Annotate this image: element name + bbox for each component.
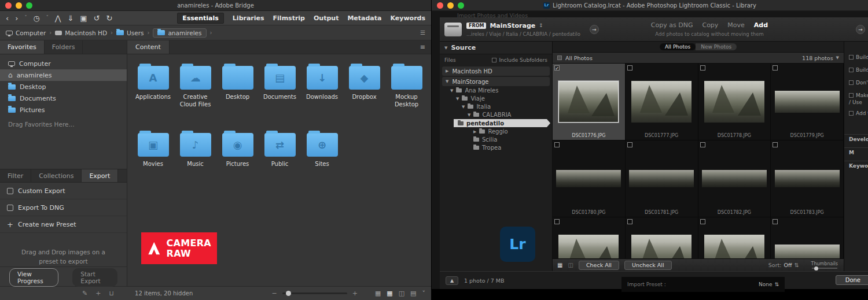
thumbnail-size-slider[interactable]: Thumbnails <box>811 261 838 269</box>
photo-checkbox[interactable] <box>773 219 778 224</box>
develop-settings-header[interactable]: Develop <box>844 134 868 142</box>
export-item-custom-export[interactable]: Custom Export <box>0 183 127 199</box>
uncheck-all-button[interactable]: Uncheck All <box>624 261 672 270</box>
favorites-item-anamireles[interactable]: ⌂ anamireles <box>0 69 127 81</box>
photo-checkbox[interactable] <box>627 65 632 71</box>
photo-thumbnail[interactable] <box>704 81 764 123</box>
recent-files-icon[interactable]: ◷ <box>33 14 39 22</box>
folder-item-desktop[interactable]: Desktop <box>216 62 259 125</box>
close-button[interactable] <box>437 2 443 9</box>
tree-item-viaje[interactable]: ▼ Viaje <box>440 95 552 102</box>
photo-cell[interactable]: DSC01783.JPG <box>771 140 844 217</box>
tab-filter[interactable]: Filter <box>0 169 31 182</box>
zoom-button[interactable] <box>26 2 32 9</box>
done-button[interactable]: Done <box>836 275 868 285</box>
expand-panel-button[interactable]: ▲ <box>446 276 458 285</box>
stack-icon[interactable]: ▣ <box>80 14 87 22</box>
view-progress-button[interactable]: View Progress <box>9 268 58 287</box>
folder-item-movies[interactable]: ▣ Movies <box>132 129 174 192</box>
photo-checkbox[interactable] <box>700 219 705 224</box>
new-item-icon[interactable]: + <box>95 290 101 297</box>
segment-new-photos[interactable]: New Photos <box>696 43 737 50</box>
import-preset-control[interactable]: Import Preset : None ⇅ <box>621 277 785 292</box>
disclosure-triangle-icon[interactable]: ▼ <box>462 105 465 109</box>
segment-all-photos[interactable]: All Photos <box>660 43 696 50</box>
photo-cell[interactable]: ✓ DSC01776.JPG <box>553 64 626 140</box>
photo-checkbox[interactable] <box>700 142 705 147</box>
photo-cell[interactable]: DSC01781.JPG <box>626 140 698 217</box>
chevron-down-icon[interactable]: ˅ <box>422 290 426 297</box>
folder-item-public[interactable]: ⇄ Public <box>259 129 301 192</box>
photo-cell[interactable]: DSC01780.JPG <box>553 140 626 217</box>
favorites-item-computer[interactable]: Computer <box>0 58 127 69</box>
group-icon[interactable] <box>557 55 562 60</box>
folder-item-music[interactable]: ♪ Music <box>174 129 216 192</box>
photo-cell[interactable] <box>626 217 698 258</box>
favorites-item-pictures[interactable]: Pictures <box>0 104 127 116</box>
photo-thumbnail[interactable] <box>775 91 840 113</box>
zoom-slider-knob[interactable] <box>286 291 291 296</box>
workspace-tab-keywords[interactable]: Keywords <box>390 14 425 22</box>
build-smart-previews-option[interactable]: Build <box>849 67 868 73</box>
workspace-tab-output[interactable]: Output <box>314 14 339 22</box>
disclosure-triangle-icon[interactable]: ▼ <box>468 113 470 117</box>
photo-checkbox[interactable] <box>627 142 632 147</box>
photo-thumbnail[interactable] <box>631 235 692 258</box>
export-item-export-to-dng[interactable]: Export To DNG <box>0 199 127 216</box>
breadcrumb-users[interactable]: Users <box>116 29 144 36</box>
import-source-select[interactable]: FROM MainStorage ↕ ...ireles / Viaje / I… <box>466 22 580 37</box>
folder-item-dropbox[interactable]: ◆ Dropbox <box>343 62 385 125</box>
folder-item-mockup-desktop[interactable]: Mockup Desktop <box>385 62 428 125</box>
tab-content[interactable]: Content <box>127 40 170 54</box>
mode-copy[interactable]: Copy <box>702 21 718 29</box>
sort-control[interactable]: Sort: Off ⇅ <box>768 262 799 268</box>
photo-checkbox[interactable] <box>554 142 560 147</box>
disclosure-triangle-icon[interactable]: ▶ <box>446 69 448 73</box>
breadcrumb-anamireles[interactable]: anamireles <box>153 28 206 38</box>
photo-cell[interactable]: DSC01778.JPG <box>698 64 771 140</box>
photo-checkbox[interactable] <box>627 219 632 224</box>
panel-menu-icon[interactable]: ≡ <box>420 43 431 51</box>
build-previews-option[interactable]: Build <box>849 54 868 60</box>
tree-item-scilia[interactable]: Scilia <box>440 136 552 143</box>
photo-thumbnail[interactable] <box>631 81 692 123</box>
photo-cell[interactable]: DSC01779.JPG <box>771 64 844 140</box>
mode-copy-as-dng[interactable]: Copy as DNG <box>651 21 693 29</box>
photo-cell[interactable] <box>698 217 771 258</box>
collapse-destination-arrow-button[interactable]: → <box>856 25 865 34</box>
include-subfolders-checkbox[interactable] <box>492 58 496 62</box>
back-button[interactable]: ‹ <box>6 14 9 22</box>
workspace-tab-filmstrip[interactable]: Filmstrip <box>273 14 305 22</box>
workspace-tab-metadata[interactable]: Metadata <box>347 14 381 22</box>
grid-lock-icon[interactable]: ▦ <box>375 290 381 297</box>
collapse-source-arrow-button[interactable]: → <box>590 25 599 34</box>
workspace-tab-libraries[interactable]: Libraries <box>233 14 264 22</box>
export-item-create-new-preset[interactable]: + Create new Preset <box>0 216 127 233</box>
minimize-button[interactable] <box>16 2 22 9</box>
rotate-right-icon[interactable]: ↻ <box>106 14 113 22</box>
photo-checkbox[interactable] <box>773 142 778 147</box>
start-export-button[interactable]: Start Export <box>72 268 117 287</box>
photo-thumbnail[interactable] <box>558 235 619 258</box>
folder-item-sites[interactable]: ⊕ Sites <box>301 129 343 192</box>
metadata-header[interactable]: M <box>844 147 868 155</box>
grid-view-icon[interactable]: ▦ <box>557 262 562 268</box>
mode-add[interactable]: Add <box>754 21 768 29</box>
photo-cell[interactable]: DSC01777.JPG <box>626 64 698 140</box>
rotate-left-icon[interactable]: ↺ <box>94 14 100 22</box>
tree-item-tropea[interactable]: Tropea <box>440 144 552 151</box>
photo-thumbnail[interactable] <box>775 245 840 258</box>
list-view-icon[interactable]: ▤ <box>410 290 416 297</box>
slider-knob[interactable] <box>814 266 818 271</box>
tree-item-reggio[interactable]: ▶ Reggio <box>440 128 552 135</box>
photo-checkbox-checked[interactable]: ✓ <box>554 65 560 71</box>
photo-thumbnail[interactable] <box>556 170 621 187</box>
disclosure-triangle-icon[interactable]: ▼ <box>450 88 453 93</box>
thumbnail-view-icon[interactable]: ▦ <box>387 290 392 297</box>
add-to-collection-option[interactable]: Add to <box>849 110 868 116</box>
photo-thumbnail[interactable] <box>775 170 840 187</box>
tab-folders[interactable]: Folders <box>45 40 83 54</box>
disclosure-triangle-icon[interactable]: ▶ <box>473 129 476 134</box>
folder-item-creative-cloud-files[interactable]: ☁ Creative Cloud Files <box>174 62 216 125</box>
photo-cell[interactable]: DSC01782.JPG <box>698 140 771 217</box>
